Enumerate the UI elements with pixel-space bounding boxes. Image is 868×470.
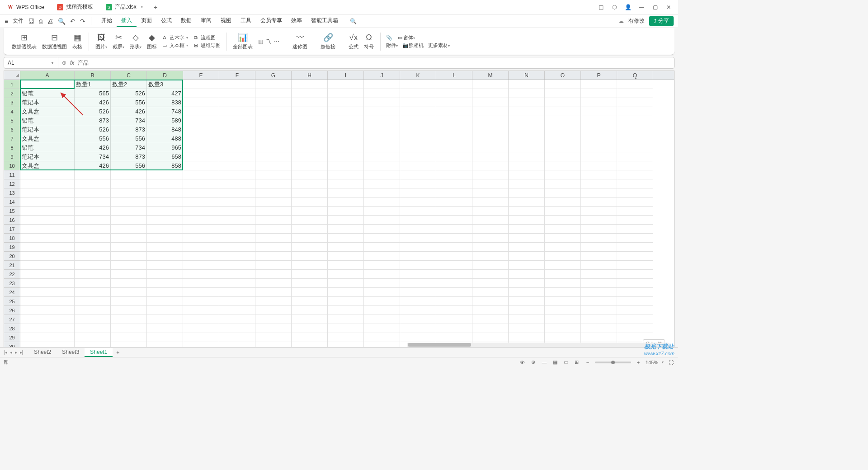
cell-C29[interactable]: [111, 333, 147, 342]
cell-Q17[interactable]: [617, 225, 653, 234]
cell-C2[interactable]: 526: [111, 89, 147, 98]
col-header-C[interactable]: C: [111, 71, 147, 80]
cell-Q26[interactable]: [617, 306, 653, 315]
cell-H2[interactable]: [292, 89, 328, 98]
cell-E1[interactable]: [183, 80, 219, 89]
camera-button[interactable]: 📷照相机: [402, 42, 424, 49]
cell-A29[interactable]: [20, 333, 75, 342]
col-header-F[interactable]: F: [219, 71, 255, 80]
cell-D4[interactable]: 748: [147, 107, 183, 116]
cell-L14[interactable]: [436, 197, 472, 207]
cell-A10[interactable]: 文具盒: [20, 161, 75, 170]
cell-F23[interactable]: [219, 279, 255, 288]
share-button[interactable]: ⤴ 分享: [649, 16, 674, 26]
cell-G22[interactable]: [255, 270, 292, 279]
col-header-Q[interactable]: Q: [617, 71, 653, 80]
cell-Q9[interactable]: [617, 152, 653, 161]
cell-J4[interactable]: [364, 107, 400, 116]
cell-G7[interactable]: [255, 134, 292, 143]
cell-O26[interactable]: [545, 306, 581, 315]
cell-E3[interactable]: [183, 98, 219, 107]
dash-icon[interactable]: —: [541, 359, 548, 366]
cell-A9[interactable]: 笔记本: [20, 152, 75, 161]
cell-L6[interactable]: [436, 125, 472, 134]
cell-O12[interactable]: [545, 179, 581, 188]
cell-K29[interactable]: [400, 333, 436, 342]
cell-G25[interactable]: [255, 297, 292, 306]
cell-F20[interactable]: [219, 252, 255, 261]
save-icon[interactable]: 🖫: [28, 18, 34, 25]
cell-H21[interactable]: [292, 261, 328, 270]
cell-P8[interactable]: [581, 143, 617, 152]
cell-A27[interactable]: [20, 315, 75, 324]
cell-P10[interactable]: [581, 161, 617, 170]
cell-D14[interactable]: [147, 197, 183, 207]
cell-C14[interactable]: [111, 197, 147, 207]
expand-icon[interactable]: ⊕: [62, 60, 66, 66]
cell-K26[interactable]: [400, 306, 436, 315]
cell-G6[interactable]: [255, 125, 292, 134]
cell-Q18[interactable]: [617, 234, 653, 243]
cell-C22[interactable]: [111, 270, 147, 279]
row-header-23[interactable]: 23: [4, 279, 20, 288]
cell-J11[interactable]: [364, 170, 400, 179]
preview-icon[interactable]: 🔍: [58, 18, 66, 25]
cell-O20[interactable]: [545, 252, 581, 261]
cell-A17[interactable]: [20, 225, 75, 234]
cell-Q23[interactable]: [617, 279, 653, 288]
cell-J1[interactable]: [364, 80, 400, 89]
cell-P5[interactable]: [581, 116, 617, 125]
ribbon-形状[interactable]: ◇形状▾: [127, 33, 144, 50]
cell-I2[interactable]: [328, 89, 364, 98]
cell-E13[interactable]: [183, 188, 219, 197]
cell-E5[interactable]: [183, 116, 219, 125]
cell-J23[interactable]: [364, 279, 400, 288]
cell-K10[interactable]: [400, 161, 436, 170]
form-button[interactable]: ▭窗体▾: [394, 34, 415, 41]
cell-E11[interactable]: [183, 170, 219, 179]
chart-line-icon[interactable]: 〽: [266, 38, 271, 45]
cell-O8[interactable]: [545, 143, 581, 152]
cell-N19[interactable]: [509, 243, 545, 252]
cell-A4[interactable]: 文具盒: [20, 107, 75, 116]
cell-A18[interactable]: [20, 234, 75, 243]
cell-I7[interactable]: [328, 134, 364, 143]
cell-N20[interactable]: [509, 252, 545, 261]
menu-页面[interactable]: 页面: [137, 15, 156, 27]
cell-H14[interactable]: [292, 197, 328, 207]
cell-B23[interactable]: [75, 279, 111, 288]
cell-G11[interactable]: [255, 170, 292, 179]
cell-L10[interactable]: [436, 161, 472, 170]
row-header-9[interactable]: 9: [4, 152, 20, 161]
cell-C23[interactable]: [111, 279, 147, 288]
sheet-last-icon[interactable]: ▸|: [20, 350, 24, 355]
search-icon[interactable]: 🔍: [350, 18, 357, 24]
cell-I20[interactable]: [328, 252, 364, 261]
cell-Q10[interactable]: [617, 161, 653, 170]
cell-G21[interactable]: [255, 261, 292, 270]
cell-E16[interactable]: [183, 216, 219, 225]
cell-M15[interactable]: [472, 207, 509, 216]
cell-A13[interactable]: [20, 188, 75, 197]
cell-J26[interactable]: [364, 306, 400, 315]
cell-O2[interactable]: [545, 89, 581, 98]
cell-Q5[interactable]: [617, 116, 653, 125]
cell-E26[interactable]: [183, 306, 219, 315]
cell-H4[interactable]: [292, 107, 328, 116]
cell-M9[interactable]: [472, 152, 509, 161]
all-charts-button[interactable]: 📊全部图表: [230, 33, 255, 50]
dropdown-icon[interactable]: ▼: [51, 61, 54, 65]
cell-P16[interactable]: [581, 216, 617, 225]
cell-D15[interactable]: [147, 207, 183, 216]
cell-G9[interactable]: [255, 152, 292, 161]
cell-N6[interactable]: [509, 125, 545, 134]
cell-L13[interactable]: [436, 188, 472, 197]
cell-L26[interactable]: [436, 306, 472, 315]
cell-F15[interactable]: [219, 207, 255, 216]
cell-K15[interactable]: [400, 207, 436, 216]
cell-M21[interactable]: [472, 261, 509, 270]
cell-A14[interactable]: [20, 197, 75, 207]
cell-G8[interactable]: [255, 143, 292, 152]
row-header-19[interactable]: 19: [4, 243, 20, 252]
app-tab-docer[interactable]: D 找稻壳模板: [52, 1, 99, 13]
